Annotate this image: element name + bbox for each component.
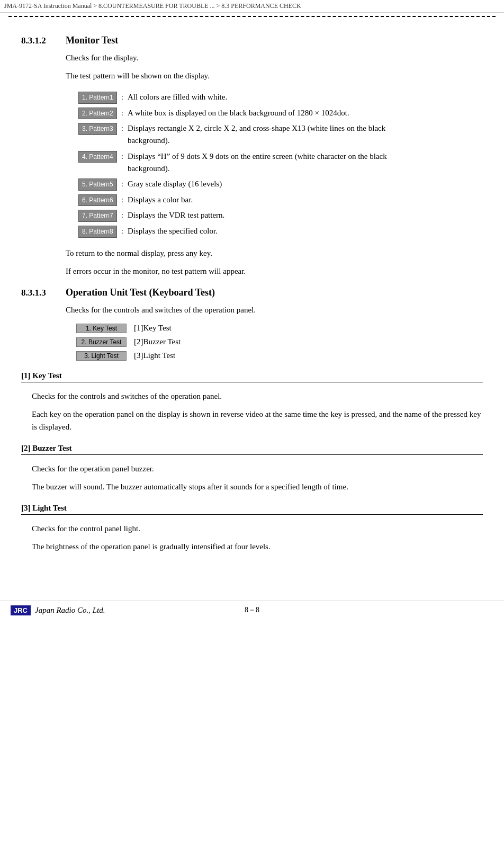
pattern-table: 1. Pattern1:All colors are filled with w…: [76, 90, 401, 239]
pattern-colon-1: :: [119, 90, 125, 105]
pattern-desc-5: Gray scale display (16 levels): [125, 176, 401, 192]
section-813-title: Operation Unit Test (Keyboard Test): [66, 287, 215, 298]
pattern-colon-5: :: [119, 176, 125, 192]
footer: JRC Japan Radio Co., Ltd. 8－8: [0, 601, 504, 620]
light-test-para2: The brightness of the operation panel is…: [32, 540, 483, 553]
section-812-title: Monitor Test: [66, 35, 118, 46]
pattern-btn-8[interactable]: 8. Pattern8: [76, 224, 119, 239]
light-test-heading-text: [3] Light Test: [21, 504, 67, 513]
pattern-row-1: 1. Pattern1:All colors are filled with w…: [76, 90, 401, 105]
page-number: 8－8: [245, 605, 259, 615]
subsection-item-2: 2. Buzzer Test[2]Buzzer Test: [76, 337, 483, 347]
section-812-heading: 8.3.1.2 Monitor Test: [21, 35, 483, 46]
pattern-btn-3[interactable]: 3. Pattern3: [76, 121, 119, 149]
key-test-para1: Checks for the controls and switches of …: [32, 390, 483, 403]
section-812-para1: Checks for the display.: [66, 51, 483, 64]
section-812-para3: To return to the normal display, press a…: [66, 247, 483, 260]
key-test-para2: Each key on the operation panel on the d…: [32, 408, 483, 433]
pattern-desc-3: Displays rectangle X 2, circle X 2, and …: [125, 121, 401, 149]
section-813-heading: 8.3.1.3 Operation Unit Test (Keyboard Te…: [21, 287, 483, 298]
subsection-btn-3[interactable]: 3. Light Test: [76, 351, 127, 361]
subsection-label-1: [1]Key Test: [134, 324, 172, 333]
company-name: Japan Radio Co., Ltd.: [35, 606, 105, 615]
pattern-desc-2: A white box is displayed on the black ba…: [125, 105, 401, 121]
pattern-btn-4[interactable]: 4. Pattern4: [76, 149, 119, 177]
subsection-item-3: 3. Light Test[3]Light Test: [76, 351, 483, 361]
main-content: 8.3.1.2 Monitor Test Checks for the disp…: [0, 20, 504, 579]
section-813-number: 8.3.1.3: [21, 288, 58, 298]
subsection-label-3: [3]Light Test: [134, 351, 175, 360]
pattern-desc-4: Displays “H” of 9 dots X 9 dots on the e…: [125, 149, 401, 177]
footer-logo: JRC Japan Radio Co., Ltd.: [11, 605, 105, 615]
pattern-btn-7[interactable]: 7. Pattern7: [76, 208, 119, 224]
pattern-desc-7: Displays the VDR test pattern.: [125, 208, 401, 224]
pattern-desc-8: Displays the specified color.: [125, 224, 401, 239]
subsection-btn-2[interactable]: 2. Buzzer Test: [76, 337, 127, 347]
subsection-item-1: 1. Key Test[1]Key Test: [76, 324, 483, 333]
breadcrumb: JMA-9172-SA Instruction Manual > 8.COUNT…: [0, 0, 504, 13]
pattern-row-8: 8. Pattern8:Displays the specified color…: [76, 224, 401, 239]
pattern-colon-3: :: [119, 121, 125, 149]
pattern-row-4: 4. Pattern4:Displays “H” of 9 dots X 9 d…: [76, 149, 401, 177]
pattern-colon-6: :: [119, 192, 125, 208]
pattern-colon-7: :: [119, 208, 125, 224]
pattern-colon-8: :: [119, 224, 125, 239]
pattern-btn-5[interactable]: 5. Pattern5: [76, 176, 119, 192]
light-test-para1: Checks for the control panel light.: [32, 522, 483, 535]
pattern-desc-1: All colors are filled with white.: [125, 90, 401, 105]
light-test-heading: [3] Light Test: [21, 504, 483, 515]
subsection-btn-1[interactable]: 1. Key Test: [76, 324, 127, 333]
pattern-row-3: 3. Pattern3:Displays rectangle X 2, circ…: [76, 121, 401, 149]
dashed-separator: [8, 16, 496, 17]
section-812-body: Checks for the display. The test pattern…: [66, 51, 483, 278]
buzzer-test-heading: [2] Buzzer Test: [21, 444, 483, 455]
pattern-colon-2: :: [119, 105, 125, 121]
key-test-heading-text: [1] Key Test: [21, 371, 62, 380]
section-813-body: Checks for the controls and switches of …: [66, 303, 483, 361]
pattern-row-7: 7. Pattern7:Displays the VDR test patter…: [76, 208, 401, 224]
pattern-row-5: 5. Pattern5:Gray scale display (16 level…: [76, 176, 401, 192]
pattern-row-2: 2. Pattern2:A white box is displayed on …: [76, 105, 401, 121]
key-test-heading: [1] Key Test: [21, 371, 483, 382]
section-812-para2: The test pattern will be shown on the di…: [66, 69, 483, 82]
subsection-label-2: [2]Buzzer Test: [134, 337, 181, 346]
buzzer-test-para1: Checks for the operation panel buzzer.: [32, 462, 483, 475]
pattern-colon-4: :: [119, 149, 125, 177]
pattern-btn-1[interactable]: 1. Pattern1: [76, 90, 119, 105]
buzzer-test-body: Checks for the operation panel buzzer. T…: [32, 462, 483, 493]
pattern-row-6: 6. Pattern6:Displays a color bar.: [76, 192, 401, 208]
section-812-number: 8.3.1.2: [21, 35, 58, 46]
buzzer-test-heading-text: [2] Buzzer Test: [21, 444, 72, 453]
pattern-desc-6: Displays a color bar.: [125, 192, 401, 208]
key-test-body: Checks for the controls and switches of …: [32, 390, 483, 433]
section-813-para1: Checks for the controls and switches of …: [66, 303, 483, 316]
pattern-btn-6[interactable]: 6. Pattern6: [76, 192, 119, 208]
buzzer-test-para2: The buzzer will sound. The buzzer automa…: [32, 480, 483, 493]
light-test-body: Checks for the control panel light. The …: [32, 522, 483, 553]
pattern-btn-2[interactable]: 2. Pattern2: [76, 105, 119, 121]
section-812-para4: If errors occur in the monitor, no test …: [66, 265, 483, 278]
jrc-label: JRC: [11, 605, 31, 615]
subsection-list: 1. Key Test[1]Key Test2. Buzzer Test[2]B…: [76, 324, 483, 361]
